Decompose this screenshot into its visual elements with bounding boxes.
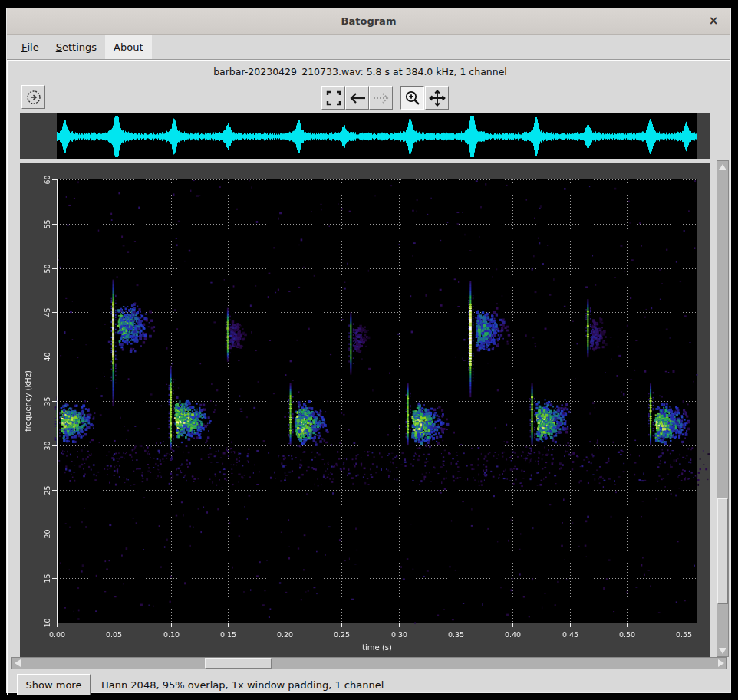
target-arrow-icon — [25, 89, 42, 106]
zoom-mode-button[interactable] — [400, 86, 424, 110]
vertical-scrollbar[interactable] — [717, 160, 729, 657]
app-window: Batogram × File Settings About barbar-20… — [6, 8, 731, 693]
pan-mode-button[interactable] — [425, 86, 449, 110]
spectrogram-panel — [20, 163, 710, 657]
window-title: Batogram — [341, 15, 397, 27]
triangle-right-icon — [718, 659, 724, 667]
home-view-button[interactable] — [21, 85, 45, 109]
back-button[interactable] — [345, 86, 369, 110]
file-info-title: barbar-20230429_210733.wav: 5.8 s at 384… — [7, 66, 713, 77]
amplitude-overview-plot[interactable] — [57, 113, 697, 159]
main-content: barbar-20230429_210733.wav: 5.8 s at 384… — [7, 59, 730, 695]
scroll-right-button[interactable] — [715, 658, 726, 669]
fit-all-button[interactable] — [321, 86, 345, 110]
arrow-left-icon — [349, 92, 366, 104]
expand-brackets-icon — [326, 90, 341, 106]
triangle-up-icon — [719, 164, 726, 170]
triangle-down-icon — [719, 648, 726, 654]
settings-summary: Hann 2048, 95% overlap, 1x window paddin… — [101, 674, 384, 695]
spectrogram-plot[interactable] — [20, 163, 710, 657]
menu-item-about[interactable]: About — [105, 35, 151, 59]
move-arrows-icon — [429, 90, 446, 107]
horizontal-scrollbar[interactable] — [11, 657, 727, 669]
vertical-scrollbar-thumb[interactable] — [717, 498, 728, 604]
menu-bar: File Settings About — [7, 35, 730, 59]
show-more-button[interactable]: Show more — [17, 674, 91, 695]
scroll-down-button[interactable] — [717, 645, 728, 656]
amplitude-overview-panel — [20, 113, 710, 159]
arrow-right-icon — [373, 92, 390, 104]
triangle-left-icon — [15, 659, 21, 667]
scroll-up-button[interactable] — [717, 161, 728, 173]
magnifier-plus-icon — [404, 90, 421, 107]
menu-item-file[interactable]: File — [13, 35, 48, 59]
menu-item-settings[interactable]: Settings — [48, 35, 105, 59]
scroll-left-button[interactable] — [12, 658, 23, 669]
close-icon[interactable]: × — [706, 13, 721, 28]
forward-button-disabled[interactable] — [369, 86, 393, 110]
title-bar[interactable]: Batogram × — [7, 8, 730, 35]
horizontal-scrollbar-thumb[interactable] — [205, 658, 272, 669]
